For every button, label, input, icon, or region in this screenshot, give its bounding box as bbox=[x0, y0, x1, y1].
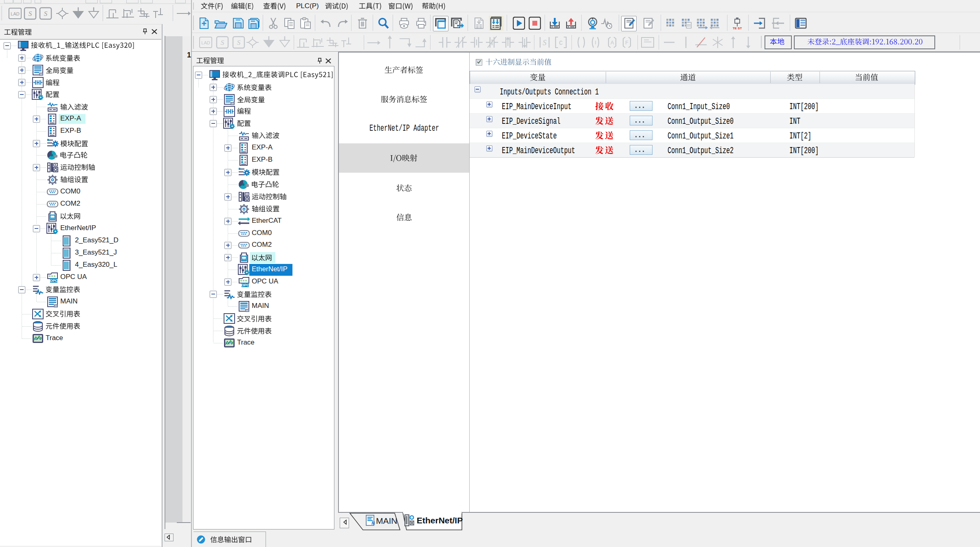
svg-text:F: F bbox=[625, 40, 628, 46]
svg-text:A: A bbox=[611, 40, 614, 46]
svg-text:S: S bbox=[221, 39, 224, 46]
svg-text:C: C bbox=[559, 40, 563, 47]
svg-text:S: S bbox=[29, 10, 32, 18]
svg-text:I: I bbox=[595, 40, 596, 46]
svg-text:OPC: OPC bbox=[50, 279, 58, 283]
svg-text:S: S bbox=[237, 39, 241, 46]
svg-text:LAD: LAD bbox=[201, 40, 210, 45]
svg-text:S: S bbox=[44, 10, 48, 18]
svg-text:S: S bbox=[543, 39, 547, 47]
svg-text:OPC: OPC bbox=[241, 283, 249, 287]
svg-text:TE ST: TE ST bbox=[733, 26, 742, 30]
svg-text:M: M bbox=[371, 521, 375, 525]
svg-text:LAD: LAD bbox=[11, 11, 19, 16]
